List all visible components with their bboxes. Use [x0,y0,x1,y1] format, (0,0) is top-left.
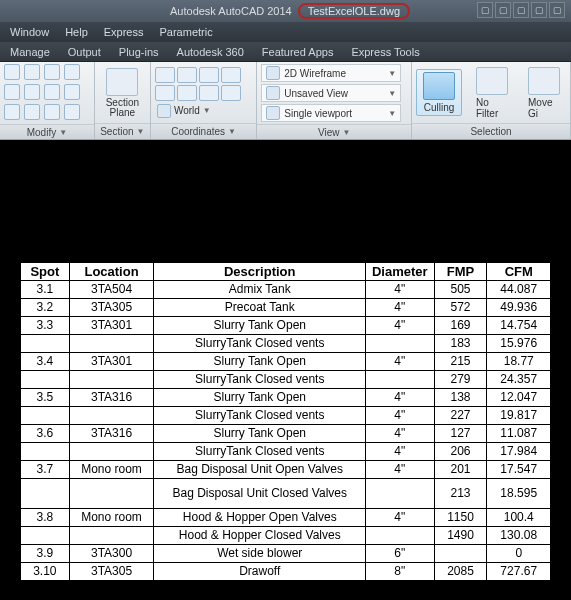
panel-title-modify[interactable]: Modify▼ [0,124,94,139]
viewport-icon [266,106,280,120]
qat-btn-4[interactable]: ▢ [531,2,547,18]
tab-autodesk360[interactable]: Autodesk 360 [177,46,244,58]
menu-express[interactable]: Express [104,26,144,38]
culling-button[interactable]: Culling [416,69,462,116]
modify-tool-icon[interactable] [24,104,40,120]
cell-location: 3TA305 [69,563,154,581]
cell-cfm: 11.087 [487,425,551,443]
chevron-down-icon: ▼ [59,128,67,137]
modify-tool-icon[interactable] [4,104,20,120]
cell-cfm: 12.047 [487,389,551,407]
ucs-icon[interactable] [155,85,175,101]
tab-featured-apps[interactable]: Featured Apps [262,46,334,58]
cell-diameter [366,479,434,509]
tab-express-tools[interactable]: Express Tools [351,46,419,58]
table-row: 3.33TA301Slurry Tank Open4"16914.754 [21,317,551,335]
panel-title-label: Selection [470,126,511,137]
cell-location: 3TA316 [69,425,154,443]
ucs-icon[interactable] [221,85,241,101]
tab-manage[interactable]: Manage [10,46,50,58]
panel-coordinates: World ▼ Coordinates▼ [151,62,257,139]
menu-help[interactable]: Help [65,26,88,38]
ucs-icon[interactable] [199,85,219,101]
cell-diameter: 4" [366,353,434,371]
move-gizmo-button[interactable]: Move Gi [522,65,566,121]
cell-location [69,335,154,353]
cell-description: SlurryTank Closed vents [154,443,366,461]
cell-cfm: 14.754 [487,317,551,335]
section-plane-button[interactable]: Section Plane [99,66,146,120]
cell-cfm: 130.08 [487,527,551,545]
table-row: 3.93TA300Wet side blower6"0 [21,545,551,563]
qat-btn-3[interactable]: ▢ [513,2,529,18]
cell-diameter: 4" [366,443,434,461]
ucs-icon[interactable] [155,67,175,83]
menu-window[interactable]: Window [10,26,49,38]
qat-btn-1[interactable]: ▢ [477,2,493,18]
ucs-icon[interactable] [199,67,219,83]
chevron-down-icon: ▼ [388,69,396,78]
cell-diameter: 4" [366,389,434,407]
visual-style-label: 2D Wireframe [284,68,346,79]
named-view-label: Unsaved View [284,88,348,99]
table-row: Hood & Hopper Closed Valves1490130.08 [21,527,551,545]
menu-parametric[interactable]: Parametric [160,26,213,38]
qat-btn-5[interactable]: ▢ [549,2,565,18]
panel-title-view[interactable]: View▼ [257,124,411,139]
move-gizmo-label: Move Gi [528,97,560,119]
modify-tool-icon[interactable] [64,84,80,100]
col-spot: Spot [21,263,70,281]
drawing-viewport[interactable]: Spot Location Description Diameter FMP C… [0,140,571,600]
visual-style-dropdown[interactable]: 2D Wireframe ▼ [261,64,401,82]
qat-btn-2[interactable]: ▢ [495,2,511,18]
cell-spot [21,407,70,425]
cell-description: Precoat Tank [154,299,366,317]
table-row: 3.53TA316Slurry Tank Open4"13812.047 [21,389,551,407]
cell-fmp [434,545,487,563]
app-name: Autodesk AutoCAD 2014 [170,5,292,17]
ucs-icon[interactable] [221,67,241,83]
table-row: 3.63TA316Slurry Tank Open4"12711.087 [21,425,551,443]
panel-title-coordinates[interactable]: Coordinates▼ [151,123,256,139]
unsaved-view-icon [266,86,280,100]
modify-tool-icon[interactable] [4,64,20,80]
ucs-icon[interactable] [177,67,197,83]
cell-spot: 3.3 [21,317,70,335]
viewport-config-dropdown[interactable]: Single viewport ▼ [261,104,401,122]
cell-spot: 3.5 [21,389,70,407]
named-view-dropdown[interactable]: Unsaved View ▼ [261,84,401,102]
cell-diameter: 4" [366,407,434,425]
modify-tool-icon[interactable] [24,64,40,80]
table-row: SlurryTank Closed vents4"20617.984 [21,443,551,461]
modify-tool-icon[interactable] [24,84,40,100]
table-row: 3.8Mono roomHood & Hopper Open Valves4"1… [21,509,551,527]
modify-tool-icon[interactable] [4,84,20,100]
panel-section: Section Plane Section▼ [95,62,151,139]
panel-title-section[interactable]: Section▼ [95,123,150,139]
cell-diameter: 8" [366,563,434,581]
cell-fmp: 215 [434,353,487,371]
cell-spot [21,443,70,461]
cell-location [69,407,154,425]
cell-location: Mono room [69,509,154,527]
chevron-down-icon: ▼ [203,106,211,115]
cell-cfm: 18.77 [487,353,551,371]
modify-tool-icon[interactable] [64,104,80,120]
no-filter-button[interactable]: No Filter [470,65,514,121]
cell-cfm: 100.4 [487,509,551,527]
viewport-config-label: Single viewport [284,108,352,119]
ucs-icon[interactable] [177,85,197,101]
tab-output[interactable]: Output [68,46,101,58]
section-plane-label: Section Plane [105,98,140,118]
panel-title-label: Modify [27,127,56,138]
cell-diameter: 4" [366,299,434,317]
tab-plugins[interactable]: Plug-ins [119,46,159,58]
modify-tool-icon[interactable] [44,64,60,80]
chevron-down-icon: ▼ [342,128,350,137]
modify-tool-icon[interactable] [64,64,80,80]
col-cfm: CFM [487,263,551,281]
modify-tool-icon[interactable] [44,104,60,120]
modify-tool-icon[interactable] [44,84,60,100]
ucs-world-dropdown[interactable]: World ▼ [155,103,241,119]
cell-location: 3TA305 [69,299,154,317]
